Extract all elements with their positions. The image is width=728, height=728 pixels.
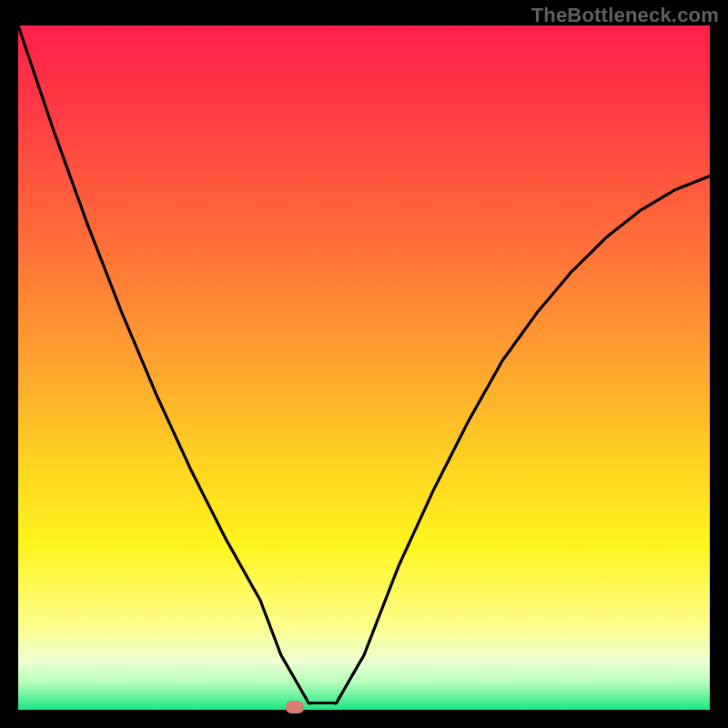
bottleneck-marker-icon xyxy=(286,701,305,713)
bottleneck-curve xyxy=(18,25,710,703)
chart-frame: TheBottleneck.com xyxy=(0,0,728,728)
watermark-text: TheBottleneck.com xyxy=(531,4,719,27)
curve-svg xyxy=(18,25,710,710)
